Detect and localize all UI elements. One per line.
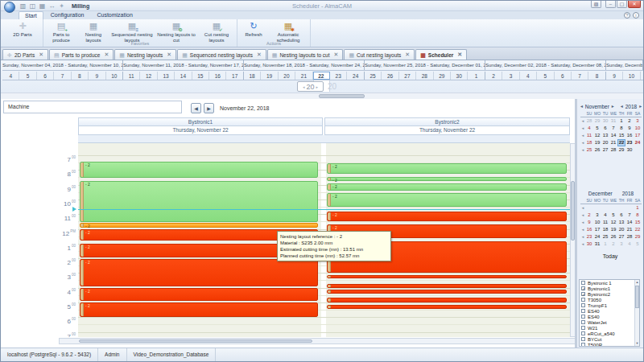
scroll-down-icon[interactable]: ▼ [635,341,639,346]
timeline-scrollbar[interactable] [1,93,643,99]
doc-tab-scheduler[interactable]: ▦Scheduler✕ [415,49,467,60]
machine-list-item-es40[interactable]: ES40 [580,308,639,314]
calendar-day[interactable]: 19 [593,139,601,146]
calendar-day[interactable]: 26 [609,233,617,241]
calendar-day[interactable]: 26 [593,146,601,154]
calendar-day[interactable]: 29 [617,146,625,154]
machine-list-scrollbar-thumb[interactable] [635,286,639,308]
day-cell[interactable]: 11 [123,72,140,80]
ribbon-tab-customization[interactable]: Customization [91,11,138,19]
calendar-day[interactable]: 2 [609,241,617,248]
calendar-day[interactable]: 18 [585,139,593,146]
calendar-day[interactable]: 17 [634,132,642,139]
previous-month-icon[interactable]: ◄ [580,102,584,110]
calendar-day[interactable]: 11 [601,219,609,226]
calendar-day[interactable]: 23 [585,233,593,241]
schedule-block-red-bystronic1[interactable]: - 2 [80,259,318,286]
calendar-day[interactable]: 7 [625,212,634,219]
calendar-day[interactable]: 22 [634,226,642,233]
close-tab-icon[interactable]: ✕ [405,51,410,58]
schedule-horizontal-scrollbar-thumb[interactable] [79,339,312,343]
machine-list-item-waterjet[interactable]: WaterJet [580,319,639,325]
calendar-day[interactable]: 21 [625,226,634,233]
calendar-day[interactable]: 4 [601,212,609,219]
ribbon-tab-configuration[interactable]: Configuration [45,11,90,19]
close-tab-icon[interactable]: ✕ [167,51,171,58]
calendar-day[interactable]: 2 [585,212,593,219]
calendar-day[interactable]: 30 [625,146,634,154]
calendar-day[interactable]: 1 [617,117,625,125]
calendar-day[interactable]: 12 [609,219,617,226]
day-cell[interactable]: 2 [485,72,502,80]
day-cell-selected[interactable]: 22 [313,72,330,80]
ribbon-tab-start[interactable]: Start [19,11,43,19]
day-cell[interactable]: 14 [175,72,192,80]
schedule-block-red-bystronic2[interactable] [327,305,567,309]
doc-tab-cut-nesting-layouts[interactable]: ▦Cut nesting layouts✕ [344,49,415,60]
checkbox-icon[interactable] [581,309,585,313]
ribbon-button-sequenced-nesting-layouts[interactable]: ▦≡Sequenced nesting layouts [109,20,155,43]
day-cell[interactable]: 7 [54,72,71,80]
calendar-day[interactable]: 30 [601,117,609,125]
ribbon-button-refresh[interactable]: ↻Refresh [239,20,268,38]
close-tab-icon[interactable]: ✕ [257,51,262,58]
calendar-day[interactable]: 6 [601,125,609,132]
day-cell[interactable]: 28 [416,72,433,80]
day-cell[interactable]: 10 [623,72,640,80]
day-cell[interactable]: 7 [572,72,588,80]
scroll-up-icon[interactable]: ▲ [635,280,639,285]
calendar-day[interactable]: 6 [617,212,625,219]
previous-day-button[interactable]: ◀ [191,103,201,113]
close-tab-icon[interactable]: ✕ [457,51,462,58]
checkbox-checked-icon[interactable]: ✓ [581,292,585,296]
schedule-block-green-bystronic2[interactable]: - 2 [327,163,567,174]
zoom-left-arrow-icon[interactable]: ◂ [303,84,305,89]
calendar-day[interactable]: 17 [593,226,601,233]
ribbon-button-2d-parts[interactable]: ✚2D Parts [4,20,41,38]
machine-list-item-es40[interactable]: ES40 [580,314,639,319]
day-cell[interactable]: 18 [244,72,261,80]
checkbox-checked-icon[interactable]: ✓ [581,286,585,290]
day-cell[interactable]: 24 [347,72,364,80]
calendar-day[interactable]: 27 [617,233,625,241]
day-cell[interactable]: 8 [588,72,605,80]
calendar-day[interactable]: 25 [601,233,609,241]
calendar-day[interactable]: 30 [585,241,593,248]
calendar-day[interactable]: 28 [585,117,593,125]
day-cell[interactable]: 29 [434,72,451,80]
checkbox-icon[interactable] [581,343,585,347]
schedule-block-red-bystronic2[interactable] [327,275,567,278]
machine-list-item-bystronic-1[interactable]: Bystronic 1 [580,280,639,286]
calendar-day[interactable]: 29 [634,233,642,241]
day-cell[interactable]: 6 [555,72,572,80]
calendar-day[interactable]: 28 [625,233,634,241]
checkbox-icon[interactable] [581,303,585,307]
calendar-day[interactable]: 24 [593,233,601,241]
calendar-day[interactable]: 8 [617,125,625,132]
calendar-day[interactable]: 31 [609,117,617,125]
calendar-day[interactable]: 16 [625,132,634,139]
calendar-day[interactable]: 15 [617,132,625,139]
calendar-day[interactable]: 24 [634,139,642,146]
checkbox-icon[interactable] [581,298,585,302]
window-style-button[interactable]: ▨ [591,1,601,8]
calendar-day[interactable]: 4 [625,241,634,248]
schedule-block-green-bystronic1[interactable]: - 2 [80,162,318,178]
machine-list-item-ercut-a540[interactable]: eRCut_a540 [580,331,639,336]
day-cell[interactable]: 30 [451,72,468,80]
calendar-day[interactable]: 3 [617,241,625,248]
machine-list-item-bystronic1[interactable]: ✓Bystronic1 [580,286,639,291]
schedule-block-green-bystronic2[interactable]: - 2 [327,193,567,207]
checkbox-icon[interactable] [581,315,585,319]
application-menu-button[interactable] [4,2,15,13]
machine-list-scrollbar[interactable]: ▲ ▼ [634,280,639,346]
day-cell[interactable]: 21 [295,72,312,80]
maximize-button[interactable]: ▢ [617,1,627,8]
day-cell[interactable]: 9 [89,72,105,80]
previous-year-icon[interactable]: ◄ [620,102,624,110]
day-cell[interactable]: 19 [261,72,278,80]
schedule-block-green-bystronic2[interactable]: - 2 [327,177,567,181]
calendar-day[interactable]: 10 [634,125,642,132]
close-tab-icon[interactable]: ✕ [104,51,109,58]
schedule-block-orange-bystronic1[interactable]: - 2 [80,223,318,228]
